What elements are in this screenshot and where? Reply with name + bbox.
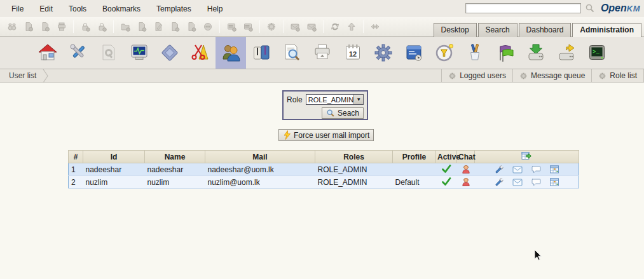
download-pdf-icon[interactable] xyxy=(37,20,53,34)
menu-bookmarks[interactable]: Bookmarks xyxy=(95,2,147,16)
remove-subscription-icon[interactable] xyxy=(303,20,320,34)
chat-user-icon xyxy=(461,177,471,186)
table-header-row: # Id Name Mail Roles Profile Active Chat xyxy=(69,151,579,163)
create-document-icon[interactable] xyxy=(134,20,150,34)
find-icon[interactable] xyxy=(4,20,20,34)
profiles-icon[interactable] xyxy=(246,37,277,69)
col-active[interactable]: Active xyxy=(436,151,457,163)
chat-bubble-icon[interactable] xyxy=(531,177,541,187)
crontab-icon[interactable] xyxy=(338,37,368,69)
col-profile[interactable]: Profile xyxy=(393,151,436,163)
col-id[interactable]: Id xyxy=(83,151,145,163)
workflow-icon[interactable] xyxy=(399,37,429,69)
home-icon[interactable] xyxy=(32,37,63,69)
workflow-gear-icon[interactable] xyxy=(263,20,280,34)
user-table: # Id Name Mail Roles Profile Active Chat… xyxy=(68,150,579,189)
edit-user-icon[interactable] xyxy=(494,165,504,175)
search-button[interactable]: Seach xyxy=(322,107,364,119)
create-folder-icon[interactable] xyxy=(117,20,134,34)
cell-id: nuzlim xyxy=(83,176,145,189)
logged-users-button[interactable]: Logged users xyxy=(441,69,512,82)
cell-chat xyxy=(457,163,475,176)
add-subscription-icon[interactable] xyxy=(287,20,303,34)
user-report-icon[interactable] xyxy=(549,177,559,187)
scheduler-clock-icon[interactable] xyxy=(429,37,460,69)
scripting-icon[interactable] xyxy=(460,37,490,69)
cell-num: 1 xyxy=(69,163,83,176)
download-document-icon[interactable] xyxy=(20,20,37,34)
settings-gear-icon[interactable] xyxy=(368,37,399,69)
check-icon xyxy=(441,177,451,186)
admin-toolbar xyxy=(0,37,644,69)
col-mail[interactable]: Mail xyxy=(205,151,315,163)
role-select-value: ROLE_ADMIN xyxy=(306,96,354,104)
role-list-label: Role list xyxy=(610,71,637,80)
menu-file[interactable]: File xyxy=(4,2,31,16)
users-icon[interactable] xyxy=(216,37,246,69)
console-icon[interactable] xyxy=(582,37,612,69)
table-row[interactable]: 1 nadeeshar nadeeshar nadeeshar@uom.lk R… xyxy=(69,163,579,176)
cell-actions xyxy=(475,176,579,189)
force-user-mail-import-button[interactable]: Force user mail import xyxy=(278,129,374,141)
toggle-splitter-icon[interactable] xyxy=(367,20,383,34)
utilities-icon[interactable] xyxy=(185,37,216,69)
col-num[interactable]: # xyxy=(69,151,83,163)
mail-user-icon[interactable] xyxy=(512,165,523,175)
cell-profile xyxy=(393,163,436,176)
cancel-checkout-icon[interactable] xyxy=(183,20,200,34)
toolbar-separator xyxy=(73,20,74,33)
message-queue-button[interactable]: Message queue xyxy=(512,69,591,82)
toolbar-separator xyxy=(259,20,260,33)
cell-mail: nadeeshar@uom.lk xyxy=(205,163,315,176)
menu-templates[interactable]: Templates xyxy=(149,2,198,16)
delete-icon[interactable] xyxy=(200,20,216,34)
table-row[interactable]: 2 nuzlim nuzlim nuzlim@uom.lk ROLE_ADMIN… xyxy=(69,176,579,189)
menu-edit[interactable]: Edit xyxy=(32,2,60,16)
export-table-icon[interactable] xyxy=(521,151,532,161)
menu-bar: File Edit Tools Bookmarks Templates Help… xyxy=(0,0,644,17)
checkin-icon[interactable] xyxy=(167,20,183,34)
database-export-icon[interactable] xyxy=(551,37,582,69)
col-chat[interactable]: Chat xyxy=(457,151,475,163)
edit-user-icon[interactable] xyxy=(494,177,504,187)
tab-dashboard[interactable]: Dashboard xyxy=(519,23,572,37)
tab-search[interactable]: Search xyxy=(478,23,517,37)
cell-name: nuzlim xyxy=(145,176,205,189)
role-select[interactable]: ROLE_ADMIN ▼ xyxy=(306,94,364,105)
cell-roles: ROLE_ADMIN xyxy=(315,163,393,176)
col-roles[interactable]: Roles xyxy=(315,151,393,163)
report-config-icon[interactable] xyxy=(93,37,124,69)
cell-mail: nuzlim@uom.lk xyxy=(205,176,315,189)
printer-icon[interactable] xyxy=(307,37,338,69)
menu-tools[interactable]: Tools xyxy=(62,2,93,16)
magnifier-icon[interactable] xyxy=(585,3,595,15)
mail-user-icon[interactable] xyxy=(512,177,523,187)
print-icon[interactable] xyxy=(53,20,70,34)
chat-bubble-icon[interactable] xyxy=(531,165,541,175)
add-property-group-icon[interactable] xyxy=(223,20,240,34)
system-monitor-icon[interactable] xyxy=(124,37,154,69)
database-import-icon[interactable] xyxy=(521,37,551,69)
global-search-input[interactable] xyxy=(465,3,581,13)
unlock-icon[interactable] xyxy=(93,20,110,34)
plugin-icon[interactable] xyxy=(154,37,185,69)
chevron-down-icon[interactable]: ▼ xyxy=(353,95,363,104)
lock-icon[interactable] xyxy=(77,20,93,34)
col-name[interactable]: Name xyxy=(145,151,205,163)
user-report-icon[interactable] xyxy=(549,165,559,175)
menu-help[interactable]: Help xyxy=(200,2,230,16)
tab-administration[interactable]: Administration xyxy=(572,23,641,37)
role-list-button[interactable]: Role list xyxy=(591,69,644,82)
refresh-icon[interactable] xyxy=(327,20,343,34)
gear-icon xyxy=(598,72,606,80)
remove-property-group-icon[interactable] xyxy=(240,20,256,34)
edit-document-icon[interactable] xyxy=(150,20,167,34)
col-actions xyxy=(475,151,579,163)
go-home-icon[interactable] xyxy=(343,20,360,34)
log-search-icon[interactable] xyxy=(277,37,307,69)
check-icon xyxy=(441,164,451,174)
tools-icon[interactable] xyxy=(63,37,93,69)
language-flags-icon[interactable] xyxy=(490,37,521,69)
tab-desktop[interactable]: Desktop xyxy=(434,23,477,37)
chat-user-icon xyxy=(461,164,471,174)
